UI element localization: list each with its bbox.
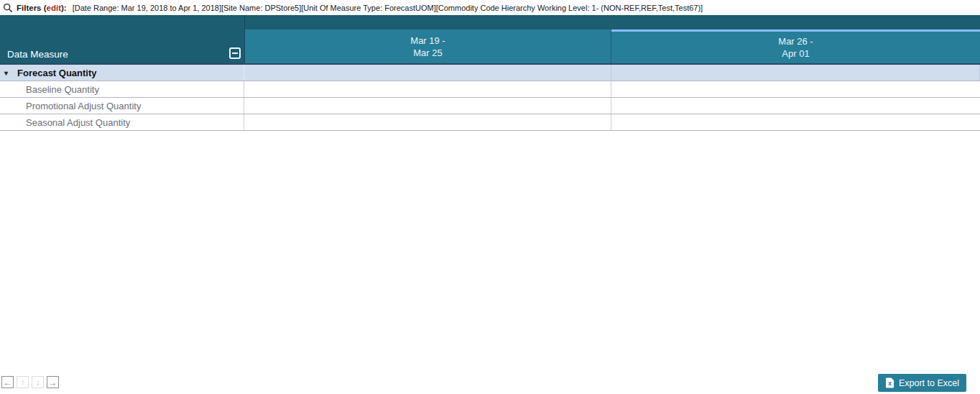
measure-label-text: Baseline Quantity — [26, 84, 99, 95]
column-header-week1-line1: Mar 19 - — [410, 35, 445, 47]
measure-row-forecast-quantity: ▾ Forecast Quantity — [0, 65, 980, 81]
column-header-week2-line1: Mar 26 - — [778, 35, 813, 47]
measure-row-promotional-adjust-quantity: Promotional Adjust Quantity — [0, 98, 980, 114]
filters-label: Filters ( — [17, 4, 47, 12]
column-header-week2-line2: Apr 01 — [782, 47, 809, 60]
svg-text:x: x — [888, 380, 892, 387]
active-filters-summary: [Date Range: Mar 19, 2018 to Apr 1, 2018… — [73, 4, 703, 12]
grid-cell[interactable] — [244, 65, 611, 81]
measure-row-baseline-quantity: Baseline Quantity — [0, 81, 980, 98]
grid-cell[interactable] — [244, 81, 611, 97]
column-header-week1[interactable]: Mar 19 - Mar 25 — [245, 29, 611, 63]
collapse-all-icon[interactable] — [229, 47, 241, 59]
measure-label-text: Promotional Adjust Quantity — [26, 101, 141, 111]
export-to-excel-button[interactable]: x Export to Excel — [878, 374, 966, 392]
row-axis-header: Data Measure — [0, 15, 244, 63]
scroll-up-button: ↑ — [17, 376, 29, 388]
filters-edit-link[interactable]: edit — [47, 4, 61, 12]
scroll-left-button[interactable]: ← — [1, 376, 14, 388]
grid-cell[interactable] — [244, 114, 611, 130]
scroll-down-button: ↓ — [32, 376, 44, 388]
measure-label-text: Forecast Quantity — [17, 68, 97, 78]
measure-label-text: Seasonal Adjust Quantity — [26, 117, 130, 128]
measure-row-seasonal-adjust-quantity: Seasonal Adjust Quantity — [0, 114, 980, 131]
grid-cell[interactable] — [611, 81, 980, 97]
excel-file-icon: x — [885, 377, 895, 388]
export-to-excel-label: Export to Excel — [899, 378, 959, 388]
grid-cell[interactable] — [611, 65, 980, 81]
search-icon — [3, 3, 13, 13]
measure-label-baseline-quantity[interactable]: Baseline Quantity — [0, 81, 244, 97]
row-axis-title: Data Measure — [7, 49, 68, 60]
column-headers: Mar 19 - Mar 25 Mar 26 - Apr 01 — [244, 29, 980, 63]
scroll-right-button[interactable]: → — [47, 376, 59, 388]
expand-collapse-caret-icon[interactable]: ▾ — [4, 69, 11, 77]
column-group-strip — [244, 15, 980, 29]
grid-cell[interactable] — [611, 114, 980, 130]
column-header-week1-line2: Mar 25 — [413, 47, 442, 59]
measure-label-forecast-quantity[interactable]: ▾ Forecast Quantity — [0, 65, 244, 81]
filters-label-suffix: ): — [61, 4, 67, 12]
grid-body: ▾ Forecast Quantity Baseline Quantity Pr… — [0, 65, 980, 131]
grid-cell[interactable] — [244, 98, 611, 114]
measure-label-promotional-adjust-quantity[interactable]: Promotional Adjust Quantity — [0, 98, 244, 114]
grid-cell[interactable] — [611, 98, 980, 114]
column-header-week2[interactable]: Mar 26 - Apr 01 — [611, 29, 980, 63]
measure-label-seasonal-adjust-quantity[interactable]: Seasonal Adjust Quantity — [0, 114, 244, 130]
grid-header: Data Measure Mar 19 - Mar 25 Mar 26 - Ap… — [0, 15, 980, 65]
filter-bar: Filters (edit): [Date Range: Mar 19, 201… — [0, 0, 980, 15]
grid-pager: ← ↑ ↓ → — [1, 376, 62, 388]
